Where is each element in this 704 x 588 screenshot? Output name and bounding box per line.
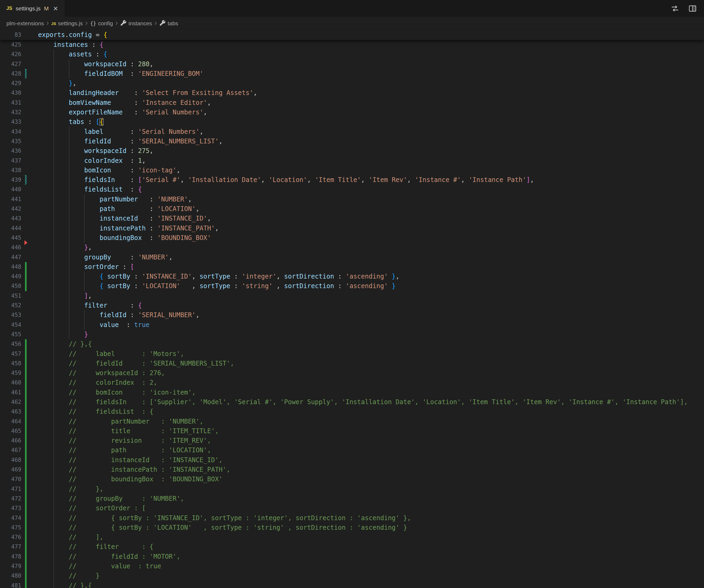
- line-number[interactable]: 470: [0, 474, 21, 484]
- line-number[interactable]: 469: [0, 465, 21, 474]
- line-number[interactable]: 456: [0, 339, 21, 349]
- line-number[interactable]: 471: [0, 484, 21, 494]
- code-line[interactable]: 447 groupBy : 'NUMBER',: [0, 252, 704, 262]
- code-line[interactable]: 425 instances : {: [0, 40, 704, 50]
- code-line[interactable]: 468 // instanceId : 'INSTANCE_ID',: [0, 455, 704, 465]
- code-line[interactable]: 449 { sortBy : 'INSTANCE_ID', sortType :…: [0, 272, 704, 281]
- line-number[interactable]: 480: [0, 571, 21, 581]
- code-line[interactable]: 479 // value : true: [0, 562, 704, 571]
- code-line[interactable]: 457 // label : 'Motors',: [0, 349, 704, 359]
- code-line[interactable]: 445 boundingBox : 'BOUNDING_BOX': [0, 233, 704, 243]
- line-number[interactable]: 464: [0, 417, 21, 426]
- line-number[interactable]: 474: [0, 513, 21, 523]
- code-line[interactable]: 441 partNumber : 'NUMBER',: [0, 194, 704, 204]
- split-editor-icon[interactable]: [689, 4, 697, 12]
- breadcrumb-item-config[interactable]: {} config: [90, 20, 113, 26]
- line-number[interactable]: 427: [0, 59, 21, 69]
- sticky-scroll[interactable]: 83 exports.config = {: [0, 30, 704, 40]
- line-number[interactable]: 462: [0, 397, 21, 407]
- code-line[interactable]: 474 // { sortBy : 'INSTANCE_ID', sortTyp…: [0, 513, 704, 523]
- code-line[interactable]: 446 },: [0, 243, 704, 252]
- code-line[interactable]: 453 fieldId : 'SERIAL_NUMBER',: [0, 310, 704, 320]
- code-line[interactable]: 478 // fieldId : 'MOTOR',: [0, 552, 704, 562]
- code-line[interactable]: 443 instanceId : 'INSTANCE_ID',: [0, 214, 704, 223]
- open-changes-icon[interactable]: [671, 4, 679, 12]
- code-line[interactable]: 433 tabs : [{: [0, 117, 704, 127]
- code-line[interactable]: 448 sortOrder : [: [0, 262, 704, 272]
- line-number[interactable]: 426: [0, 50, 21, 59]
- line-number[interactable]: 457: [0, 349, 21, 359]
- line-number[interactable]: 433: [0, 117, 21, 127]
- code-line[interactable]: 475 // { sortBy : 'LOCATION' , sortType …: [0, 523, 704, 532]
- code-line[interactable]: 455 }: [0, 330, 704, 339]
- code-line[interactable]: 467 // path : 'LOCATION',: [0, 446, 704, 455]
- code-line[interactable]: 471 // },: [0, 484, 704, 494]
- code-line[interactable]: 438 bomIcon : 'icon-tag',: [0, 166, 704, 175]
- line-number[interactable]: 435: [0, 136, 21, 146]
- code-line[interactable]: 458 // fieldId : 'SERIAL_NUMBERS_LIST',: [0, 359, 704, 368]
- editor-tab[interactable]: JS settings.js M ×: [0, 0, 64, 17]
- line-number[interactable]: 468: [0, 455, 21, 465]
- code-line[interactable]: 465 // title : 'ITEM_TITLE',: [0, 426, 704, 436]
- line-number[interactable]: 430: [0, 88, 21, 98]
- line-number[interactable]: 444: [0, 224, 21, 233]
- code-line[interactable]: 473 // sortOrder : [: [0, 504, 704, 513]
- line-number[interactable]: 434: [0, 127, 21, 136]
- code-line[interactable]: 434 label : 'Serial Numbers',: [0, 127, 704, 136]
- line-number[interactable]: 436: [0, 146, 21, 156]
- line-number[interactable]: 463: [0, 407, 21, 416]
- code-line[interactable]: 452 filter : {: [0, 301, 704, 310]
- line-number[interactable]: 440: [0, 185, 21, 194]
- breadcrumb-item-tabs[interactable]: tabs: [159, 20, 178, 27]
- code-line[interactable]: 463 // fieldsList : {: [0, 407, 704, 416]
- code-line[interactable]: 466 // revision : 'ITEM_REV',: [0, 436, 704, 446]
- code-line[interactable]: 459 // workspaceId : 276,: [0, 368, 704, 378]
- breadcrumb-item-file[interactable]: JS settings.js: [51, 20, 83, 26]
- line-number[interactable]: 460: [0, 378, 21, 388]
- code-line[interactable]: 427 workspaceId : 280,: [0, 59, 704, 69]
- line-number[interactable]: 451: [0, 291, 21, 301]
- line-number[interactable]: 432: [0, 108, 21, 117]
- line-number[interactable]: 437: [0, 156, 21, 166]
- code-line[interactable]: 429 },: [0, 78, 704, 88]
- sticky-line[interactable]: 83 exports.config = {: [0, 30, 704, 40]
- code-line[interactable]: 472 // groupBy : 'NUMBER',: [0, 494, 704, 504]
- code-line[interactable]: 426 assets : {: [0, 50, 704, 59]
- code-line[interactable]: 431 bomViewName : 'Instance Editor',: [0, 98, 704, 108]
- code-line[interactable]: 428 fieldIdBOM : 'ENGINEERING_BOM': [0, 69, 704, 78]
- line-number[interactable]: 443: [0, 214, 21, 223]
- code-line[interactable]: 440 fieldsList : {: [0, 185, 704, 194]
- line-number[interactable]: 454: [0, 320, 21, 330]
- line-number[interactable]: 453: [0, 310, 21, 320]
- line-number[interactable]: 467: [0, 446, 21, 455]
- code-line[interactable]: 439 fieldsIn : ['Serial #', 'Installatio…: [0, 175, 704, 185]
- breadcrumb-item-instances[interactable]: instances: [120, 20, 152, 27]
- line-number[interactable]: 481: [0, 581, 21, 588]
- line-number[interactable]: 431: [0, 98, 21, 108]
- line-number[interactable]: 477: [0, 542, 21, 551]
- line-number[interactable]: 448: [0, 262, 21, 272]
- code-line[interactable]: 460 // colorIndex : 2,: [0, 378, 704, 388]
- code-line[interactable]: 436 workspaceId : 275,: [0, 146, 704, 156]
- line-number[interactable]: 441: [0, 194, 21, 204]
- line-number[interactable]: 465: [0, 426, 21, 436]
- line-number[interactable]: 475: [0, 523, 21, 532]
- code-line[interactable]: 442 path : 'LOCATION',: [0, 204, 704, 214]
- line-number[interactable]: 472: [0, 494, 21, 504]
- code-line[interactable]: 454 value : true: [0, 320, 704, 330]
- line-number[interactable]: 428: [0, 69, 21, 78]
- line-number[interactable]: 476: [0, 532, 21, 542]
- line-number[interactable]: 455: [0, 330, 21, 339]
- line-number[interactable]: 442: [0, 204, 21, 214]
- code-line[interactable]: 477 // filter : {: [0, 542, 704, 551]
- code-line[interactable]: 470 // boundingBox : 'BOUNDING_BOX': [0, 474, 704, 484]
- code-line[interactable]: 451 ],: [0, 291, 704, 301]
- code-line[interactable]: 461 // bomIcon : 'icon-item',: [0, 388, 704, 397]
- code-line[interactable]: 469 // instancePath : 'INSTANCE_PATH',: [0, 465, 704, 474]
- line-number[interactable]: 473: [0, 504, 21, 513]
- line-number[interactable]: 425: [0, 40, 21, 50]
- code-line[interactable]: 476 // ],: [0, 532, 704, 542]
- tab-close-icon[interactable]: ×: [53, 4, 58, 12]
- code-line[interactable]: 437 colorIndex : 1,: [0, 156, 704, 166]
- line-number[interactable]: 479: [0, 562, 21, 571]
